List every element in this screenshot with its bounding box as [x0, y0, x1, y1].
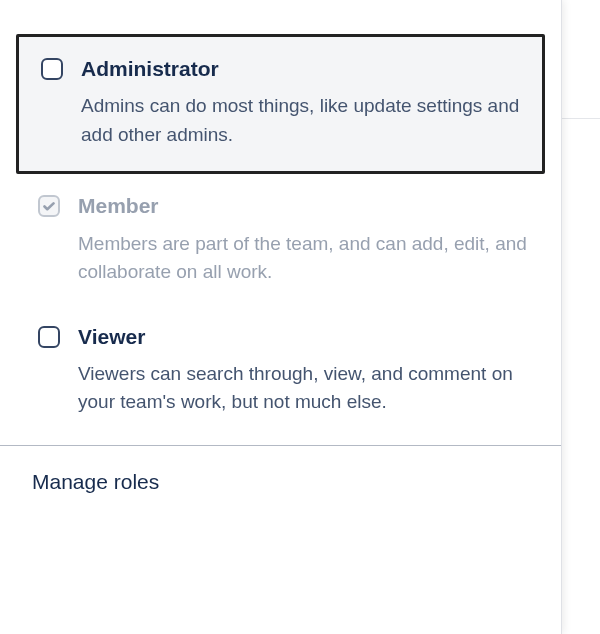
checkmark-icon: [43, 202, 55, 211]
background-divider: [562, 118, 600, 119]
manage-roles-link[interactable]: Manage roles: [0, 446, 561, 518]
role-option-administrator[interactable]: Administrator Admins can do most things,…: [16, 34, 545, 174]
role-option-member: Member Members are part of the team, and…: [0, 174, 561, 304]
background-right-strip: [562, 0, 600, 634]
role-body-member: Member Members are part of the team, and…: [78, 192, 527, 286]
role-title-viewer: Viewer: [78, 323, 527, 350]
role-body-viewer: Viewer Viewers can search through, view,…: [78, 323, 527, 417]
role-desc-administrator: Admins can do most things, like update s…: [81, 92, 524, 149]
role-desc-member: Members are part of the team, and can ad…: [78, 230, 527, 287]
role-body-administrator: Administrator Admins can do most things,…: [81, 55, 524, 149]
role-option-viewer[interactable]: Viewer Viewers can search through, view,…: [0, 305, 561, 435]
role-list: Administrator Admins can do most things,…: [0, 0, 561, 435]
role-desc-viewer: Viewers can search through, view, and co…: [78, 360, 527, 417]
checkbox-viewer[interactable]: [38, 326, 60, 348]
role-title-administrator: Administrator: [81, 55, 524, 82]
role-title-member: Member: [78, 192, 527, 219]
role-picker-panel: Administrator Admins can do most things,…: [0, 0, 562, 634]
checkbox-member: [38, 195, 60, 217]
checkbox-administrator[interactable]: [41, 58, 63, 80]
